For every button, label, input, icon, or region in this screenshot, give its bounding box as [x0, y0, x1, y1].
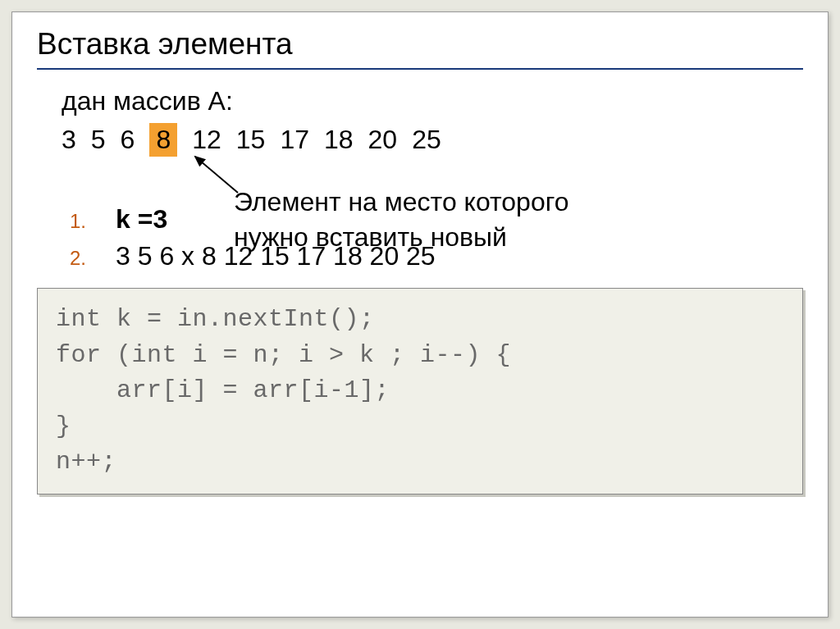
list-content: k =3: [116, 204, 167, 235]
svg-line-1: [195, 157, 238, 193]
list-number: 2.: [70, 247, 116, 270]
array-item-highlighted: 8: [149, 123, 177, 157]
array-item: 6: [121, 125, 135, 154]
annotation-line1: Элемент на место которого: [234, 185, 568, 220]
array-item: 17: [280, 125, 309, 154]
array-item: 18: [324, 125, 354, 154]
array-item: 3: [62, 125, 76, 154]
list-number: 1.: [70, 210, 116, 233]
array-line: 3568121517182025: [62, 123, 803, 157]
intro-text: дан массив A:: [62, 86, 803, 116]
annotation-line2: нужно вставить новый: [234, 220, 568, 255]
array-item: 12: [192, 125, 221, 154]
annotation: Элемент на место которого нужно вставить…: [234, 185, 568, 255]
array-item: 25: [412, 125, 441, 154]
slide-title: Вставка элемента: [37, 27, 803, 70]
array-item: 20: [368, 125, 398, 154]
code-block: int k = in.nextInt(); for (int i = n; i …: [37, 288, 803, 495]
array-item: 15: [236, 125, 266, 154]
slide: Вставка элемента дан массив A: 356812151…: [11, 11, 829, 618]
array-item: 5: [91, 125, 106, 154]
